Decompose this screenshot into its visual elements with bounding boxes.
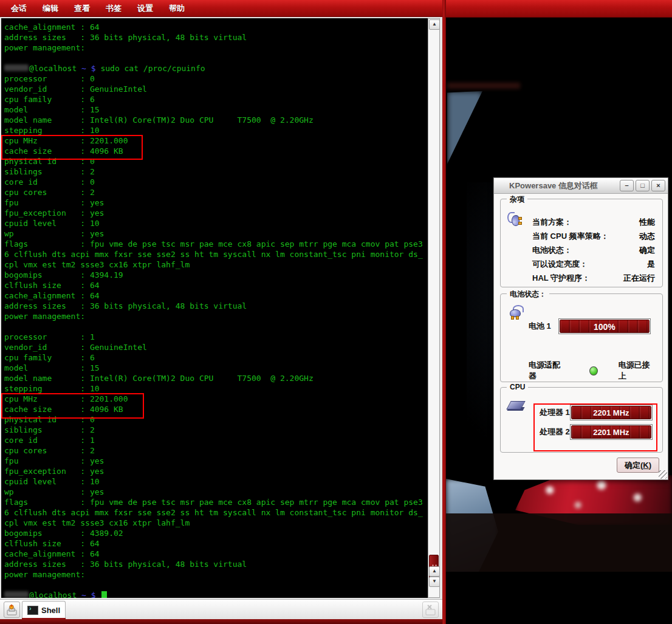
censored-username [4, 64, 29, 71]
misc-label: 可以设定亮度： [532, 259, 588, 270]
video-frame-dark-area [446, 513, 672, 572]
menu-edit[interactable]: 编辑 [43, 3, 58, 14]
terminal-line: cache_alignment : 64 [4, 549, 423, 559]
terminal-line [4, 53, 423, 63]
battery-progressbar: 100% [558, 318, 651, 334]
scrollbar-up-icon[interactable]: ▲ [429, 566, 440, 577]
terminal-line: bogomips : 4389.02 [4, 528, 423, 538]
terminal-line: vendor_id : GenuineIntel [4, 342, 423, 352]
power-plug-icon [507, 212, 522, 228]
shell-icon [27, 606, 38, 615]
terminal-view[interactable]: cache_alignment : 64address sizes : 36 b… [1, 18, 428, 598]
ok-button[interactable]: 确定(K) [617, 458, 659, 473]
kpowersave-dialog: KPowersave 信息对话框 – □ × 杂项 当前方案： 性能 [493, 177, 668, 480]
cpu-row-processor2: 处理器 2 2201 MHz [540, 424, 653, 440]
video-frame-fabric-red [515, 475, 672, 525]
terminal-line: power management: [4, 43, 423, 53]
cpu-legend: CPU [507, 383, 528, 391]
scrollbar-up-icon[interactable]: ▲ [429, 19, 440, 30]
misc-groupbox: 杂项 当前方案： 性能 当前 CPU 频率策略： 动态 电池状态： 确定 [500, 199, 663, 287]
terminal-line: power management: [4, 311, 423, 321]
maximize-button[interactable]: □ [636, 180, 650, 191]
video-window-border [442, 0, 446, 624]
terminal-line: processor : 1 [4, 332, 423, 342]
censored-username [4, 591, 29, 598]
plug-prong [518, 222, 522, 225]
tab-shell-label: Shell [41, 606, 60, 615]
misc-value: 正在运行 [623, 273, 655, 284]
desktop: 会话 编辑 查看 书签 设置 帮助 cache_alignment : 64ad… [0, 0, 672, 624]
close-button[interactable]: × [651, 180, 665, 191]
ok-accel-key: K [643, 461, 648, 470]
terminal-line: cpuid level : 10 [4, 218, 423, 228]
new-session-icon [4, 602, 19, 617]
cpu-groupbox: CPU 处理器 1 2201 MHz 处理器 2 2201 MHz [500, 387, 663, 453]
terminal-line: vendor_id : GenuineIntel [4, 84, 423, 94]
misc-value: 性能 [639, 217, 655, 228]
cpu-row-processor1: 处理器 1 2201 MHz [540, 405, 653, 420]
video-window-titlebar [446, 0, 672, 18]
misc-row-scheme: 当前方案： 性能 [532, 215, 655, 229]
video-letterbox [446, 572, 672, 624]
terminal-line: cpu cores : 2 [4, 187, 423, 197]
scrollbar-down-icon[interactable]: ▼ [429, 577, 440, 587]
adapter-row: 电源适配器 电源已接上 [529, 360, 654, 382]
dialog-titlebar[interactable]: KPowersave 信息对话框 – □ × [494, 178, 668, 194]
terminal-line: core id : 1 [4, 435, 423, 445]
misc-value: 确定 [639, 245, 655, 256]
terminal-line: fpu_exception : yes [4, 208, 423, 218]
menu-bookmarks[interactable]: 书签 [106, 3, 122, 14]
terminal-line: cache size : 4096 KB [4, 146, 423, 156]
misc-row-brightness: 可以设定亮度： 是 [532, 257, 655, 271]
terminal-line: cpu MHz : 2201.000 [4, 135, 423, 146]
plug-prong [511, 316, 514, 320]
terminal-line: flags : fpu vme de pse tsc msr pae mce c… [4, 239, 423, 249]
terminal-line: bogomips : 4394.19 [4, 270, 423, 280]
terminal-frame: cache_alignment : 64address sizes : 36 b… [0, 17, 442, 599]
menu-help[interactable]: 帮助 [169, 3, 185, 14]
menu-bar: 会话 编辑 查看 书签 设置 帮助 [0, 0, 442, 17]
misc-rows: 当前方案： 性能 当前 CPU 频率策略： 动态 电池状态： 确定 可以设定亮度… [532, 215, 655, 285]
terminal-line: wp : yes [4, 228, 423, 239]
video-frame-fabric-blue [446, 479, 498, 575]
menu-view[interactable]: 查看 [74, 3, 90, 14]
menu-session[interactable]: 会话 [11, 3, 27, 14]
cpu-frequency-value: 2201 MHz [571, 406, 651, 419]
terminal-line [4, 321, 423, 332]
misc-value: 动态 [639, 231, 655, 242]
close-session-button[interactable] [422, 602, 439, 618]
terminal-line: model name : Intel(R) Core(TM)2 Duo CPU … [4, 373, 423, 383]
terminal-line: address sizes : 36 bits physical, 48 bit… [4, 301, 423, 311]
misc-label: HAL 守护程序： [532, 273, 590, 284]
menu-settings[interactable]: 设置 [137, 3, 153, 14]
terminal-line: 6 clflush dts acpi mmx fxsr sse sse2 ss … [4, 507, 423, 518]
terminal-line: clflush size : 64 [4, 538, 423, 549]
terminal-line: model : 15 [4, 105, 423, 115]
resize-grip[interactable] [659, 470, 667, 479]
dialog-title: KPowersave 信息对话框 [494, 180, 613, 191]
terminal-line: @localhost ~ $ [4, 590, 423, 598]
battery-progress-value: 100% [560, 320, 650, 333]
ok-label: 确定( [625, 461, 643, 470]
adapter-led-icon [589, 366, 598, 375]
misc-row-battery-state: 电池状态： 确定 [532, 243, 655, 257]
terminal-line: address sizes : 36 bits physical, 48 bit… [4, 559, 423, 569]
terminal-line: flags : fpu vme de pse tsc msr pae mce c… [4, 497, 423, 507]
terminal-line: physical id : 0 [4, 156, 423, 166]
konsole-bottom-border [0, 619, 442, 624]
terminal-line: cpu cores : 2 [4, 445, 423, 456]
power-plug-icon [508, 305, 524, 320]
cpu-frequency-value: 2201 MHz [571, 425, 651, 439]
terminal-line: fpu : yes [4, 197, 423, 208]
minimize-button[interactable]: – [620, 180, 634, 191]
terminal-line: cache_alignment : 64 [4, 290, 423, 301]
cpu-label: 处理器 1 [540, 407, 570, 418]
terminal-line: stepping : 10 [4, 383, 423, 394]
terminal-line: power management: [4, 569, 423, 580]
misc-row-cpu-policy: 当前 CPU 频率策略： 动态 [532, 229, 655, 243]
tab-shell[interactable]: Shell [22, 601, 66, 619]
new-session-button[interactable] [4, 602, 20, 618]
terminal-line: cache_alignment : 64 [4, 22, 423, 32]
cpu-frequency-bar: 2201 MHz [570, 424, 653, 440]
terminal-scrollbar[interactable]: ▲ ▲ ▼ [428, 18, 440, 598]
